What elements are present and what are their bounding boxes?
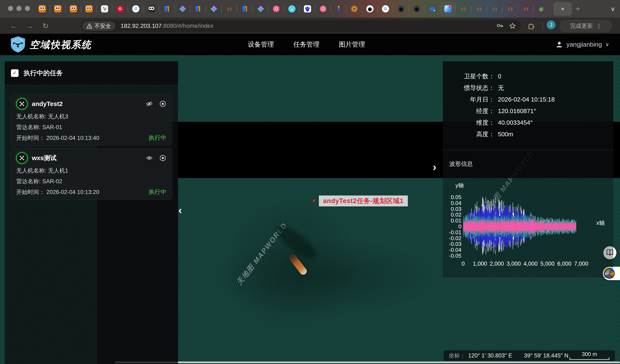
tab-paw[interactable]: [300, 2, 315, 16]
tab-map[interactable]: [440, 2, 456, 16]
nav-task-management[interactable]: 任务管理: [293, 40, 320, 49]
tab-brackets-5[interactable]: (-): [503, 2, 518, 16]
visibility-off-icon[interactable]: [146, 100, 153, 107]
visibility-on-icon[interactable]: [146, 154, 153, 161]
tab-doc-2[interactable]: [190, 2, 206, 16]
user-menu[interactable]: yangjianbing ∨: [556, 34, 609, 55]
reload-button[interactable]: ↻: [40, 20, 51, 32]
scale-text: 300 m: [582, 351, 597, 357]
datetime-value: 2026-02-04 10:15:18: [498, 96, 555, 103]
tab-gem-2[interactable]: [206, 2, 222, 16]
tab-owl-dark[interactable]: [144, 2, 159, 16]
tab-google-1[interactable]: G: [128, 2, 144, 16]
app-header: 空域快视系统 设备管理 任务管理 图片管理 yangjianbing ∨: [0, 34, 620, 55]
doc-blue-favicon-icon: [241, 5, 249, 13]
tab-rings-1[interactable]: [268, 2, 284, 16]
rings-pink-favicon-icon: [320, 5, 327, 13]
gem-purple-favicon-icon: [256, 4, 266, 14]
browser-update-button[interactable]: 完成更新 ⋮: [559, 20, 612, 32]
tab-tower[interactable]: ▲: [284, 2, 300, 16]
browser-tab-strip: GG(-)▲G(-)(-)(-)(-)(-) × + ∨: [0, 0, 620, 18]
start-time-value: 2026-02-04 10:13:20: [46, 189, 99, 195]
tab-cloud[interactable]: [424, 2, 440, 16]
window-close-button[interactable]: [8, 6, 13, 11]
active-tab[interactable]: ×: [553, 2, 572, 15]
forward-button[interactable]: →: [24, 20, 35, 32]
password-key-icon[interactable]: [496, 23, 503, 29]
satellite-count-label: 卫星个数：: [443, 72, 495, 81]
x-tick: 0: [461, 261, 465, 267]
tab-google-2[interactable]: G: [378, 2, 393, 16]
latitude-value: 40.0033454°: [498, 119, 533, 126]
tab-github-2[interactable]: [393, 2, 409, 16]
tab-brackets-1[interactable]: (-): [222, 2, 237, 16]
update-label: 完成更新: [570, 22, 593, 30]
close-tab-icon[interactable]: ×: [561, 6, 564, 12]
x-tick: 3,000: [507, 261, 521, 267]
tab-gem-3[interactable]: [253, 2, 268, 16]
tab-owl-4[interactable]: [81, 2, 97, 16]
brackets-orange-favicon-icon: (-): [460, 5, 467, 13]
window-zoom-button[interactable]: [25, 6, 30, 11]
tab-g-red[interactable]: G: [112, 2, 128, 16]
tab-aperture[interactable]: [346, 2, 362, 16]
stop-task-icon[interactable]: [159, 154, 166, 161]
site-security-chip[interactable]: 不安全: [82, 21, 115, 30]
task-card-andytest2[interactable]: andyTest2 无人机名称:无人机3 雷达名称:SAR-01 开始时间：20…: [11, 94, 172, 146]
profile-avatar[interactable]: J: [547, 20, 556, 29]
start-time-value: 2026-02-04 10:13:40: [46, 135, 99, 141]
tower-teal-favicon-icon: ▲: [288, 5, 295, 13]
tab-doodle[interactable]: [97, 2, 112, 16]
x-tick: 7,000: [574, 261, 588, 267]
extensions-puzzle-icon[interactable]: [527, 22, 536, 30]
tab-owl-1[interactable]: [34, 2, 50, 16]
tab-github-1[interactable]: [362, 2, 378, 16]
nav-image-management[interactable]: 图片管理: [339, 40, 365, 49]
y-tick: 0.02: [443, 212, 461, 217]
tab-github-3[interactable]: [409, 2, 424, 16]
nav-device-management[interactable]: 设备管理: [248, 40, 274, 49]
radar-value: SAR-02: [42, 178, 62, 185]
tab-owl-3[interactable]: [66, 2, 81, 16]
y-tick: -0.01: [443, 230, 461, 235]
tab-tea[interactable]: [534, 2, 549, 16]
map-annotation-label: andyTest2任务-规划区域1: [319, 195, 408, 206]
browser-menu-icon[interactable]: ⋮: [596, 23, 602, 29]
pinned-tabs: GG(-)▲G(-)(-)(-)(-)(-): [34, 2, 549, 16]
tab-brackets-4[interactable]: (-): [487, 2, 503, 16]
brackets-orange-favicon-icon: (-): [476, 5, 483, 13]
tab-gem-1[interactable]: [175, 2, 190, 16]
tab-brackets-3[interactable]: (-): [471, 2, 487, 16]
x-tick: 1,000: [473, 261, 487, 267]
show-tasks-checkbox[interactable]: ✓: [11, 69, 18, 77]
tab-brackets-6[interactable]: (-): [518, 2, 534, 16]
tab-candle[interactable]: [331, 2, 346, 16]
horizontal-scrollbar[interactable]: [115, 362, 620, 363]
url-text: 182.92.203.107:8080/#/home/index: [121, 23, 214, 29]
tab-brackets-2[interactable]: (-): [456, 2, 471, 16]
tab-doc-3[interactable]: [237, 2, 253, 16]
gem-purple-favicon-icon: [178, 4, 188, 14]
y-tick: -0.04: [443, 247, 461, 253]
new-tab-button[interactable]: +: [573, 4, 583, 14]
stop-task-icon[interactable]: [159, 100, 166, 107]
tab-owl-2[interactable]: [50, 2, 66, 16]
tab-overflow-button[interactable]: ∨: [608, 4, 618, 14]
task-card-wxs[interactable]: wxs测试 无人机名称:无人机1 雷达名称:SAR-02 开始时间：2026-0…: [11, 148, 172, 200]
omnibox[interactable]: 不安全 182.92.203.107:8080/#/home/index: [80, 20, 521, 32]
window-minimize-button[interactable]: [16, 6, 21, 11]
tab-doc-1[interactable]: [159, 2, 175, 16]
expand-right-panel-icon[interactable]: ›: [433, 161, 436, 173]
tab-rings-2[interactable]: [315, 2, 331, 16]
y-tick: 0.03: [443, 206, 461, 212]
bookmark-star-icon[interactable]: [509, 23, 516, 29]
owl-orange-favicon-icon: [70, 5, 77, 13]
collapse-left-panel-icon[interactable]: ‹: [178, 205, 182, 216]
gem-purple-favicon-icon: [209, 4, 219, 14]
map-coordinates-bar: 坐标： 120° 1' 30.803" E 39° 59' 18.445" N …: [444, 350, 615, 361]
radar-label: 雷达名称:: [16, 124, 41, 131]
owl-dark-favicon-icon: [148, 5, 155, 13]
uav-label: 无人机名称:: [16, 167, 46, 174]
g-red-favicon-icon: G: [117, 5, 124, 13]
back-button[interactable]: ←: [8, 20, 20, 32]
